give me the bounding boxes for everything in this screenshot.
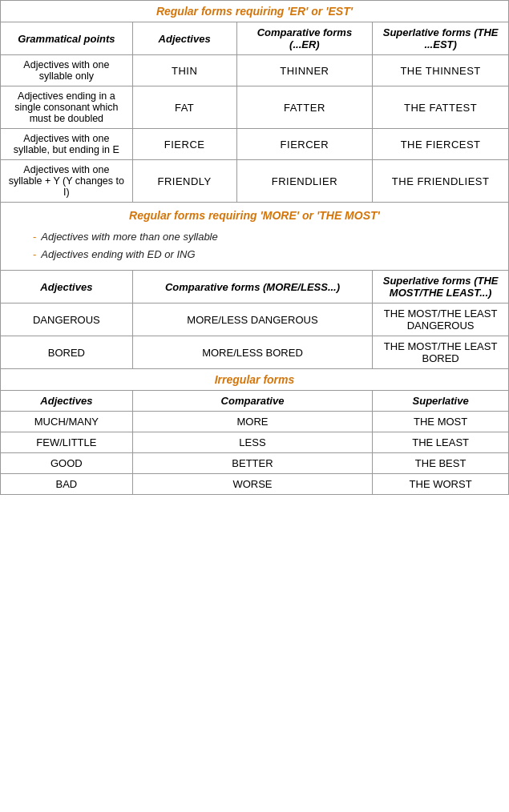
s2-adj-cell: BORED — [1, 336, 133, 369]
header-sup: Superlative forms (THE ...EST) — [373, 22, 509, 55]
sup-cell: THE FATTEST — [373, 86, 509, 129]
table-row: BAD WORSE THE WORST — [1, 474, 509, 495]
table-row: Adjectives with one syllable + Y (Y chan… — [1, 160, 509, 203]
sup-cell: THE FRIENDLIEST — [373, 160, 509, 203]
bullet-2: -Adjectives ending with ED or ING — [33, 246, 492, 263]
table-row: Adjectives with one syllable only THIN T… — [1, 55, 509, 86]
s2-sup-cell: THE MOST/THE LEAST BORED — [373, 336, 509, 369]
adj-cell: FIERCE — [132, 129, 236, 160]
s3-comp-cell: BETTER — [132, 453, 373, 474]
s2-comp-cell: MORE/LESS DANGEROUS — [132, 303, 373, 336]
s3-header-adj: Adjectives — [1, 391, 133, 412]
s3-sup-cell: THE LEAST — [373, 432, 509, 453]
comp-cell: FRIENDLIER — [236, 160, 373, 203]
table-row: Adjectives with one syllable, but ending… — [1, 129, 509, 160]
s3-adj-cell: MUCH/MANY — [1, 412, 133, 432]
s3-header-comp: Comparative — [132, 391, 373, 412]
s3-comp-cell: WORSE — [132, 474, 373, 495]
section2-title: Regular forms requiring 'MORE' or 'THE M… — [1, 203, 508, 225]
adj-cell: FAT — [132, 86, 236, 129]
s3-sup-cell: THE WORST — [373, 474, 509, 495]
section2-bullets: -Adjectives with more than one syllable … — [1, 225, 508, 270]
table-row: FEW/LITTLE LESS THE LEAST — [1, 432, 509, 453]
s2-header-adj: Adjectives — [1, 271, 133, 303]
table-row: Adjectives ending in a single consonant … — [1, 86, 509, 129]
s2-comp-cell: MORE/LESS BORED — [132, 336, 373, 369]
gram-cell: Adjectives ending in a single consonant … — [1, 86, 133, 129]
section3-title: Irregular forms — [1, 369, 509, 391]
s2-header-comp: Comparative forms (MORE/LESS...) — [132, 271, 373, 303]
s2-adj-cell: DANGEROUS — [1, 303, 133, 336]
comp-cell: THINNER — [236, 55, 373, 86]
s2-header-sup: Superlative forms (THE MOST/THE LEAST...… — [373, 271, 509, 303]
sup-cell: THE FIERCEST — [373, 129, 509, 160]
s3-adj-cell: GOOD — [1, 453, 133, 474]
main-table: Regular forms requiring 'ER' or 'EST' Gr… — [0, 0, 509, 495]
table-row: DANGEROUS MORE/LESS DANGEROUS THE MOST/T… — [1, 303, 509, 336]
table-row: BORED MORE/LESS BORED THE MOST/THE LEAST… — [1, 336, 509, 369]
adj-cell: FRIENDLY — [132, 160, 236, 203]
s3-adj-cell: BAD — [1, 474, 133, 495]
s3-header-sup: Superlative — [373, 391, 509, 412]
s2-sup-cell: THE MOST/THE LEAST DANGEROUS — [373, 303, 509, 336]
sup-cell: THE THINNEST — [373, 55, 509, 86]
comp-cell: FATTER — [236, 86, 373, 129]
header-comp: Comparative forms (...ER) — [236, 22, 373, 55]
s3-comp-cell: LESS — [132, 432, 373, 453]
header-adj: Adjectives — [132, 22, 236, 55]
s3-adj-cell: FEW/LITTLE — [1, 432, 133, 453]
gram-cell: Adjectives with one syllable, but ending… — [1, 129, 133, 160]
comp-cell: FIERCER — [236, 129, 373, 160]
header-gram: Grammatical points — [1, 22, 133, 55]
bullet-1: -Adjectives with more than one syllable — [33, 228, 492, 246]
table-row: GOOD BETTER THE BEST — [1, 453, 509, 474]
gram-cell: Adjectives with one syllable only — [1, 55, 133, 86]
section2-block: Regular forms requiring 'MORE' or 'THE M… — [1, 203, 509, 271]
section1-title: Regular forms requiring 'ER' or 'EST' — [1, 1, 509, 22]
gram-cell: Adjectives with one syllable + Y (Y chan… — [1, 160, 133, 203]
adj-cell: THIN — [132, 55, 236, 86]
s3-sup-cell: THE BEST — [373, 453, 509, 474]
s3-comp-cell: MORE — [132, 412, 373, 432]
s3-sup-cell: THE MOST — [373, 412, 509, 432]
table-row: MUCH/MANY MORE THE MOST — [1, 412, 509, 432]
